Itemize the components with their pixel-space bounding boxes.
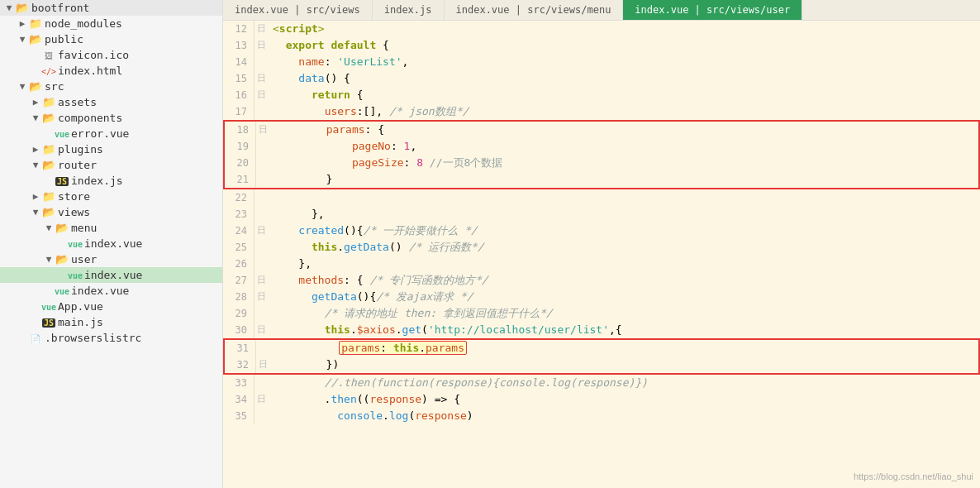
folder-arrow-icon: ▼ [3, 2, 15, 13]
sidebar-item-components[interactable]: ▼📂components [0, 110, 222, 126]
sidebar-item-views_index[interactable]: vueindex.vue [0, 283, 222, 299]
line-number: 30 [223, 322, 255, 338]
ico-file-icon: 🖼 [45, 51, 53, 60]
folder-icon: 📂 [41, 206, 56, 218]
fold-button[interactable]: 日 [255, 222, 268, 239]
sidebar-item-menu[interactable]: ▼📂menu [0, 220, 222, 236]
folder-icon: 📁 [41, 143, 56, 155]
highlight-box-params: 18日 params: {19 pageNo: 1,20 pageSize: 8… [223, 120, 980, 189]
line-number: 13 [223, 37, 255, 54]
code-line-14: 14 name: 'UserList', [223, 54, 980, 70]
tree-item-label: index.html [58, 65, 122, 77]
fold-button[interactable]: 日 [255, 322, 268, 338]
sidebar-item-error_vue[interactable]: vueerror.vue [0, 126, 222, 141]
sidebar-item-store[interactable]: ▶📁store [0, 189, 222, 204]
watermark: https://blog.csdn.net/liao_shui [854, 471, 973, 481]
folder-icon: 📂 [55, 222, 69, 234]
sidebar-item-main_js[interactable]: JSmain.js [0, 314, 222, 330]
line-number: 22 [223, 189, 255, 206]
folder-arrow-icon: ▼ [43, 222, 55, 233]
sidebar-item-plugins[interactable]: ▶📁plugins [0, 141, 222, 157]
sidebar-item-user_index[interactable]: vueindex.vue [0, 267, 222, 283]
sidebar-item-src[interactable]: ▼📂src [0, 79, 222, 94]
folder-arrow-icon: ▼ [17, 34, 28, 45]
tree-item-label: .browserslistrc [45, 332, 141, 344]
code-line-12: 12日<script> [223, 21, 980, 37]
fold-button[interactable]: 日 [255, 70, 268, 87]
fold-button[interactable]: 日 [255, 272, 268, 289]
tab-tab4[interactable]: index.vue | src/views/user [623, 0, 802, 20]
sidebar-item-favicon[interactable]: 🖼favicon.ico [0, 47, 222, 63]
tree-item-label: store [58, 190, 90, 203]
sidebar-item-views[interactable]: ▼📂views [0, 204, 222, 220]
code-line-20: 20 pageSize: 8 //一页8个数据 [225, 155, 978, 171]
folder-arrow-icon: ▼ [30, 112, 41, 123]
line-number: 12 [223, 21, 255, 37]
code-line-23: 23 }, [223, 206, 980, 222]
file-icon: vue [55, 127, 69, 140]
folder-arrow-icon: ▶ [30, 191, 41, 202]
line-number: 33 [223, 375, 255, 391]
sidebar-item-bootfront[interactable]: ▼📂bootfront [0, 0, 222, 16]
sidebar-item-router_index[interactable]: JSindex.js [0, 173, 222, 189]
tree-item-label: index.vue [84, 237, 142, 250]
tree-item-label: menu [71, 222, 97, 234]
fold-button[interactable]: 日 [256, 356, 269, 373]
line-number: 27 [223, 272, 255, 289]
code-line-30: 30日 this.$axios.get('http://localhost/us… [223, 322, 980, 338]
tab-tab3[interactable]: index.vue | src/views/menu [445, 0, 624, 20]
code-content: this.getData() /* 运行函数*/ [268, 239, 980, 256]
code-line-32: 32日 }) [225, 356, 978, 373]
code-content: this.$axios.get('http://localhost/user/l… [268, 322, 980, 338]
vue-file-icon: vue [41, 303, 56, 312]
line-number: 29 [223, 305, 255, 322]
sidebar-item-node_modules[interactable]: ▶📁node_modules [0, 16, 222, 31]
tab-tab2[interactable]: index.js [373, 0, 445, 20]
folder-icon: 📂 [55, 253, 69, 266]
vue-file-icon: vue [68, 240, 83, 249]
editor-main: index.vue | src/viewsindex.jsindex.vue |… [223, 0, 980, 488]
fold-button[interactable]: 日 [255, 37, 268, 54]
tree-item-label: components [58, 112, 122, 124]
tree-item-label: assets [58, 96, 97, 108]
fold-button[interactable]: 日 [256, 122, 269, 138]
code-line-15: 15日 data() { [223, 70, 980, 87]
line-number: 20 [225, 155, 256, 171]
fold-button[interactable]: 日 [255, 21, 268, 37]
line-number: 34 [223, 391, 255, 408]
tree-item-label: src [45, 80, 64, 93]
sidebar-item-app_vue[interactable]: vueApp.vue [0, 299, 222, 314]
tab-bar: index.vue | src/viewsindex.jsindex.vue |… [223, 0, 980, 21]
code-content: /* 请求的地址 then: 拿到返回值想干什么*/ [268, 305, 980, 322]
file-icon: vue [55, 285, 69, 297]
js-file-icon: JS [42, 318, 55, 328]
sidebar-item-menu_index[interactable]: vueindex.vue [0, 236, 222, 251]
sidebar-item-router[interactable]: ▼📂router [0, 157, 222, 173]
sidebar-item-index_html[interactable]: </>index.html [0, 63, 222, 79]
line-number: 28 [223, 289, 255, 305]
code-line-13: 13日 export default { [223, 37, 980, 54]
code-line-19: 19 pageNo: 1, [225, 138, 978, 155]
code-line-24: 24日 created(){/* 一开始要做什么 */ [223, 222, 980, 239]
tree-item-label: public [45, 33, 83, 45]
tree-item-label: App.vue [58, 300, 103, 313]
line-number: 25 [223, 239, 255, 256]
sidebar-item-browserslistrc[interactable]: 📄.browserslistrc [0, 330, 222, 346]
js-file-icon: JS [55, 177, 69, 186]
tab-tab1[interactable]: index.vue | src/views [223, 0, 373, 20]
sidebar-item-public[interactable]: ▼📂public [0, 31, 222, 47]
sidebar-item-assets[interactable]: ▶📁assets [0, 94, 222, 110]
vue-file-icon: vue [68, 271, 83, 280]
fold-button[interactable]: 日 [255, 391, 268, 408]
fold-button[interactable]: 日 [255, 87, 268, 103]
code-content: getData(){/* 发ajax请求 */ [268, 289, 980, 305]
folder-arrow-icon: ▼ [17, 81, 28, 92]
file-icon: vue [68, 269, 83, 281]
sidebar-item-user[interactable]: ▼📂user [0, 251, 222, 267]
code-line-31: 31 params: this.params [225, 340, 978, 356]
file-icon: vue [41, 300, 56, 313]
folder-arrow-icon: ▼ [30, 207, 41, 218]
fold-button[interactable]: 日 [255, 289, 268, 305]
code-line-17: 17 users:[], /* json数组*/ [223, 103, 980, 120]
folder-arrow-icon: ▼ [43, 254, 55, 265]
